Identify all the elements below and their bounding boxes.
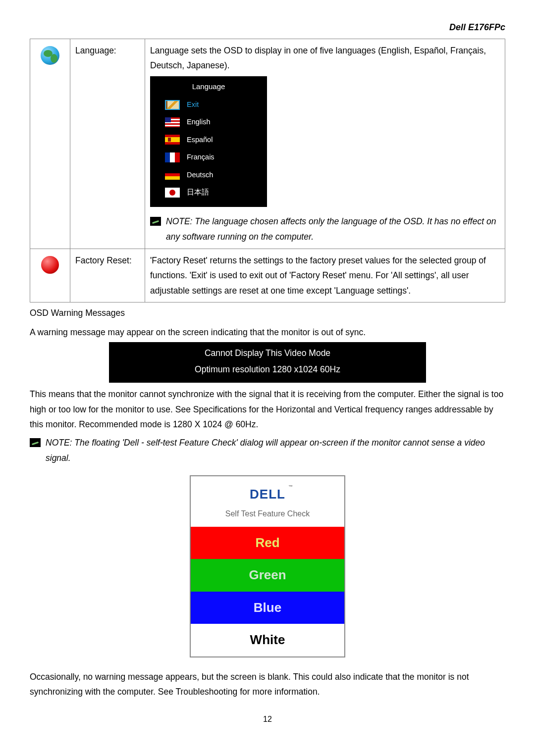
self-test-subtitle: Self Test Feature Check [191,507,344,521]
row-description-cell: Language sets the OSD to display in one … [145,39,505,249]
language-option-espanol[interactable]: Español [154,131,263,149]
dell-logo-text: DELL [250,487,285,502]
dell-logo: DELL™ [250,483,285,506]
language-option-label: English [187,116,211,128]
note-icon [150,217,161,226]
red-dot-icon [41,256,59,274]
language-option-exit[interactable]: Exit [154,96,263,113]
note-text: NOTE: The language chosen affects only t… [166,214,500,244]
document-title: Dell E176FPc [30,20,505,36]
osd-warnings-explain: This means that the monitor cannot synch… [30,387,505,432]
footer-paragraph: Occasionally, no warning message appears… [30,669,505,700]
row-description: 'Factory Reset' returns the settings to … [145,249,505,302]
osd-settings-table: Language: Language sets the OSD to displ… [30,39,505,303]
es-flag-icon [165,135,180,145]
language-option-japanese[interactable]: 日本語 [154,184,263,201]
language-panel-title: Language [154,80,263,93]
self-test-dialog: DELL™ Self Test Feature Check Red Green … [190,475,345,657]
row-icon-cell [30,249,70,302]
self-test-blue-bar: Blue [191,592,344,624]
note-icon [30,438,41,447]
language-option-label: Español [187,134,213,146]
exit-icon [165,100,180,110]
us-flag-icon [165,117,180,127]
osd-warnings-intro: A warning message may appear on the scre… [30,325,505,340]
trademark-symbol: ™ [288,483,293,491]
language-option-francais[interactable]: Français [154,149,263,166]
page: Dell E176FPc Language: Language sets the… [0,0,535,746]
jp-flag-icon [165,188,180,198]
self-test-red-bar: Red [191,527,344,559]
de-flag-icon [165,170,180,180]
warning-line-2: Optimum resolution 1280 x1024 60Hz [109,361,426,378]
fr-flag-icon [165,152,180,162]
language-option-english[interactable]: English [154,113,263,131]
row-icon-cell [30,39,70,249]
note-text: NOTE: The floating 'Dell - self-test Fea… [46,435,505,465]
warning-line-1: Cannot Display This Video Mode [109,345,426,361]
language-option-label: Exit [187,99,199,111]
note-block: NOTE: The floating 'Dell - self-test Fea… [30,435,505,465]
self-test-green-bar: Green [191,559,344,592]
row-label: Language: [70,39,145,249]
note-block: NOTE: The language chosen affects only t… [150,214,500,244]
page-number: 12 [30,712,505,726]
table-row: Factory Reset: 'Factory Reset' returns t… [30,249,505,302]
warning-message-box: Cannot Display This Video Mode Optimum r… [109,342,426,383]
self-test-header: DELL™ Self Test Feature Check [191,476,344,527]
row-description: Language sets the OSD to display in one … [150,43,500,73]
globe-icon [41,46,59,65]
table-row: Language: Language sets the OSD to displ… [30,39,505,249]
language-osd-panel: Language Exit English Español [150,76,267,207]
self-test-white-bar: White [191,624,344,656]
row-label: Factory Reset: [70,249,145,302]
language-option-deutsch[interactable]: Deutsch [154,166,263,184]
osd-warnings-heading: OSD Warning Messages [30,305,505,321]
language-option-label: Français [187,151,214,163]
language-option-label: 日本語 [187,186,209,199]
language-option-label: Deutsch [187,169,213,181]
